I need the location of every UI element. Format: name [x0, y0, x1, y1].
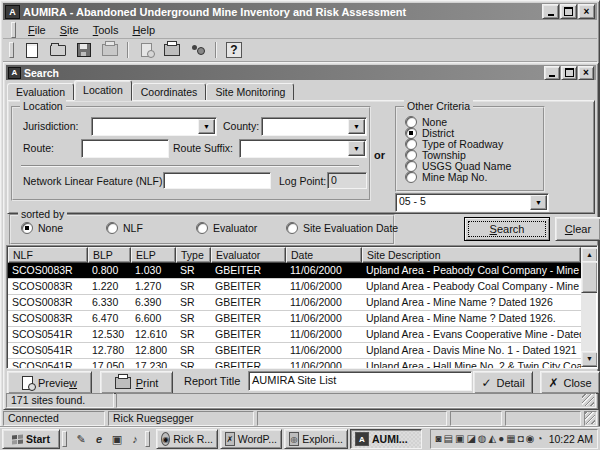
clear-button-label: Clear	[565, 223, 591, 235]
chevron-down-icon[interactable]: ▼	[348, 141, 365, 156]
district-dropdown[interactable]: 05 - 5 ▼	[395, 193, 549, 212]
tab-coordinates[interactable]: Coordinates	[132, 83, 207, 101]
sort-radio-none[interactable]: None	[21, 222, 63, 234]
tray-icon[interactable]: ◘	[518, 434, 524, 444]
open-button[interactable]	[46, 39, 70, 61]
status-panel	[505, 411, 581, 426]
results-table: NLF BLP ELP Type Evaluator Date Site Des…	[6, 245, 598, 369]
scrollbar-thumb[interactable]	[581, 261, 598, 293]
table-row[interactable]: SCOS0541R12.53012.610SRGBEITER11/06/2000…	[8, 327, 581, 343]
menubar-grip[interactable]	[11, 22, 16, 38]
column-header-date[interactable]: Date	[286, 247, 362, 263]
column-header-type[interactable]: Type	[176, 247, 211, 263]
menu-help[interactable]: Help	[126, 22, 161, 38]
column-header-evaluator[interactable]: Evaluator	[211, 247, 286, 263]
table-row[interactable]: SCOS0083R6.3306.390SRGBEITER11/06/2000Up…	[8, 295, 581, 311]
column-header-site-description[interactable]: Site Description	[362, 247, 581, 263]
print-button[interactable]: Print	[100, 371, 173, 394]
task-icon: A	[355, 432, 369, 446]
task-button-exploring[interactable]: ◎ Explori...	[284, 429, 348, 449]
minimize-button[interactable]	[542, 4, 559, 19]
preview-button[interactable]: Preview	[7, 371, 92, 394]
help-button[interactable]: ?	[222, 39, 246, 61]
chevron-down-icon[interactable]: ▼	[530, 195, 547, 210]
tray-icon[interactable]: ●	[498, 434, 504, 444]
save-button[interactable]	[72, 39, 96, 61]
table-row[interactable]: SCOS0541R12.78012.800SRGBEITER11/06/2000…	[8, 343, 581, 359]
tray-icon[interactable]: ◭	[489, 434, 497, 444]
table-row[interactable]: SCOS0083R6.4706.600SRGBEITER11/06/2000Up…	[8, 311, 581, 327]
toolbar-grip[interactable]	[9, 42, 14, 58]
quick-launch-icon[interactable]: ✎	[73, 431, 89, 447]
quick-launch-icon[interactable]: ▣	[109, 431, 125, 447]
search-minimize-button[interactable]	[544, 66, 560, 80]
task-button-rick[interactable]: ◉ Rick R...	[156, 429, 218, 449]
close-button[interactable]: ×	[578, 4, 595, 19]
county-dropdown[interactable]: ▼	[261, 117, 367, 136]
report-title-input[interactable]: AUMIRA Site List	[248, 371, 472, 391]
connection-status: Connected	[3, 411, 105, 426]
table-row[interactable]: SCOS0083R1.2201.270SRGBEITER11/06/2000Up…	[8, 279, 581, 295]
tray-icon[interactable]: ▣	[455, 434, 464, 444]
tab-evaluation[interactable]: Evaluation	[7, 83, 74, 101]
search-titlebar[interactable]: A Search ×	[6, 65, 596, 80]
print-button[interactable]	[160, 39, 184, 61]
start-button[interactable]: Start	[2, 429, 60, 449]
nlf-input[interactable]	[163, 172, 271, 189]
detail-button-label: Detail	[496, 377, 524, 389]
sort-radio-evaluator[interactable]: Evaluator	[196, 222, 257, 234]
sort-radio-site-evaluation-date[interactable]: Site Evaluation Date	[286, 222, 398, 234]
radio-mine-map-no[interactable]: Mine Map No.	[405, 171, 487, 183]
tray-icon[interactable]: ◉	[526, 434, 535, 444]
task-button-aumira[interactable]: A AUMI...	[350, 429, 422, 449]
chevron-down-icon[interactable]: ▼	[198, 119, 215, 134]
tray-icon[interactable]: ◙	[435, 434, 441, 444]
tray-icon[interactable]: ◔	[537, 434, 543, 444]
quick-launch-icon[interactable]: ♪	[127, 431, 143, 447]
column-header-blp[interactable]: BLP	[88, 247, 131, 263]
jurisdiction-dropdown[interactable]: ▼	[91, 117, 217, 136]
tab-site-monitoring[interactable]: Site Monitoring	[206, 83, 294, 101]
tray-icon[interactable]: ▤	[444, 434, 453, 444]
resize-grip[interactable]	[584, 412, 595, 424]
table-row[interactable]: SCOS0083R0.8001.030SRGBEITER11/06/2000Up…	[8, 263, 581, 279]
search-close-button[interactable]: ×	[578, 66, 594, 80]
maximize-button[interactable]	[560, 4, 577, 19]
radio-icon	[405, 171, 417, 183]
column-header-nlf[interactable]: NLF	[8, 247, 88, 263]
radio-selected-icon	[21, 222, 33, 234]
tray-icon[interactable]: ◍	[478, 434, 487, 444]
log-point-input[interactable]: 0	[327, 172, 367, 189]
clear-button[interactable]: Clear	[555, 217, 600, 241]
task-icon: ◎	[289, 432, 299, 446]
close-button[interactable]: ✗ Close	[540, 371, 600, 394]
route-input[interactable]	[81, 139, 169, 158]
tray-icon[interactable]: ◪	[466, 434, 475, 444]
vertical-scrollbar[interactable]: ▲ ▼	[581, 247, 596, 367]
sort-radio-nlf[interactable]: NLF	[106, 222, 143, 234]
table-row[interactable]: SCOS0541R17.05017.230SRGBEITER11/06/2000…	[8, 359, 581, 369]
search-button-label: Search	[490, 223, 525, 235]
new-document-button[interactable]	[20, 39, 44, 61]
column-header-elp[interactable]: ELP	[131, 247, 176, 263]
detail-button[interactable]: ✓ Detail	[473, 371, 533, 394]
route-suffix-dropdown[interactable]: ▼	[239, 139, 367, 158]
menu-file[interactable]: File	[22, 22, 52, 38]
clock: 10:22 AM	[545, 433, 593, 445]
menu-site[interactable]: Site	[54, 22, 85, 38]
internet-explorer-icon[interactable]: e	[91, 431, 107, 447]
search-maximize-button[interactable]	[561, 66, 577, 80]
scroll-down-button[interactable]: ▼	[581, 351, 598, 367]
tab-location[interactable]: Location	[74, 80, 132, 101]
user-permissions-button[interactable]	[186, 39, 210, 61]
menu-tools[interactable]: Tools	[87, 22, 125, 38]
task-icon: ◉	[161, 432, 170, 446]
task-button-wordperfect[interactable]: ✗ WordP...	[220, 429, 282, 449]
printer-icon	[115, 377, 131, 389]
resize-grip[interactable]	[582, 394, 594, 406]
chevron-down-icon[interactable]: ▼	[348, 119, 365, 134]
user-permissions-icon	[191, 44, 205, 56]
main-titlebar[interactable]: A AUMIRA - Abandoned Underground Mine In…	[3, 3, 597, 20]
search-button[interactable]: Search	[464, 217, 550, 241]
tray-icon[interactable]: ▦	[506, 434, 515, 444]
